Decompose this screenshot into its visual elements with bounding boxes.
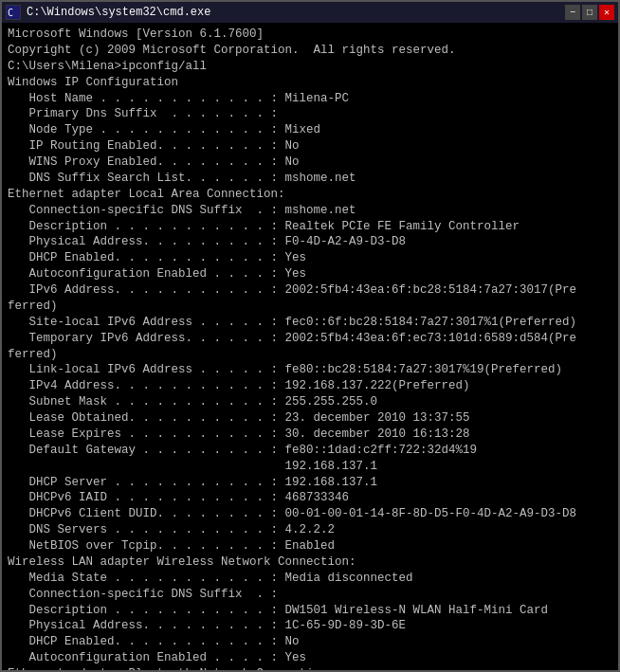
console-line: Connection-specific DNS Suffix . : [8,587,612,603]
console-line: DHCP Enabled. . . . . . . . . . . : No [8,634,612,650]
cmd-icon: C [6,5,21,20]
console-line: IPv6 Address. . . . . . . . . . . : 2002… [8,282,612,299]
console-line: Microsoft Windows [Version 6.1.7600] [8,27,612,43]
console-line: Link-local IPv6 Address . . . . . : fe80… [8,362,612,378]
console-line: Temporary IPv6 Address. . . . . . : 2002… [8,331,612,347]
console-line: DNS Servers . . . . . . . . . . . : 4.2.… [8,522,612,538]
window-title: C:\Windows\system32\cmd.exe [27,6,210,19]
console-line: DHCP Server . . . . . . . . . . . : 192.… [8,475,612,491]
console-line: DHCPv6 Client DUID. . . . . . . . : 00-0… [8,506,612,522]
console-line: DHCP Enabled. . . . . . . . . . . : Yes [8,250,612,266]
console-line: Lease Obtained. . . . . . . . . . : 23. … [8,410,612,427]
console-line: Connection-specific DNS Suffix . : mshom… [8,203,612,219]
console-line: Ethernet adapter Bluetooth Network Conne… [8,666,612,670]
console-line: Primary Dns Suffix . . . . . . . : [8,106,612,122]
console-line: Physical Address. . . . . . . . . : 1C-6… [8,618,612,634]
console-line: DHCPv6 IAID . . . . . . . . . . . : 4687… [8,490,612,506]
console-line: DNS Suffix Search List. . . . . . : msho… [8,171,612,187]
console-line: Physical Address. . . . . . . . . : F0-4… [8,234,612,250]
console-line: Default Gateway . . . . . . . . . : fe80… [8,443,612,459]
console-line: Wireless LAN adapter Wireless Network Co… [8,554,612,571]
minimize-button[interactable]: − [565,5,580,20]
console-line: Description . . . . . . . . . . . : Real… [8,219,612,235]
console-line: Host Name . . . . . . . . . . . . : Mile… [8,91,612,107]
console-line: Media State . . . . . . . . . . . : Medi… [8,571,612,587]
maximize-button[interactable]: □ [582,5,597,20]
console-line: ferred) [8,347,612,363]
console-line: Windows IP Configuration [8,75,612,91]
console-line: Node Type . . . . . . . . . . . . : Mixe… [8,122,612,138]
close-button[interactable]: ✕ [599,5,614,20]
console-line: ferred) [8,299,612,315]
svg-text:C: C [8,8,13,18]
console-line: Lease Expires . . . . . . . . . . : 30. … [8,427,612,443]
console-line: Site-local IPv6 Address . . . . . : fec0… [8,315,612,331]
console-line: Subnet Mask . . . . . . . . . . . : 255.… [8,394,612,410]
console-line: C:\Users\Milena>ipconfig/all [8,59,612,75]
console-line: WINS Proxy Enabled. . . . . . . . : No [8,154,612,171]
console-line: Description . . . . . . . . . . . : DW15… [8,603,612,619]
console-line: Copyright (c) 2009 Microsoft Corporation… [8,43,612,59]
console-line: Ethernet adapter Local Area Connection: [8,187,612,203]
titlebar-left: C C:\Windows\system32\cmd.exe [6,5,210,20]
cmd-window: C C:\Windows\system32\cmd.exe − □ ✕ Micr… [0,0,620,672]
console-line: NetBIOS over Tcpip. . . . . . . . : Enab… [8,538,612,554]
console-line: Autoconfiguration Enabled . . . . : Yes [8,266,612,282]
console-line: IP Routing Enabled. . . . . . . . : No [8,138,612,154]
console-line: Autoconfiguration Enabled . . . . : Yes [8,650,612,666]
console-line: 192.168.137.1 [8,459,612,475]
console-line: IPv4 Address. . . . . . . . . . . : 192.… [8,378,612,394]
titlebar: C C:\Windows\system32\cmd.exe − □ ✕ [2,2,618,23]
console-output: Microsoft Windows [Version 6.1.7600]Copy… [2,23,618,670]
window-controls: − □ ✕ [565,5,614,20]
